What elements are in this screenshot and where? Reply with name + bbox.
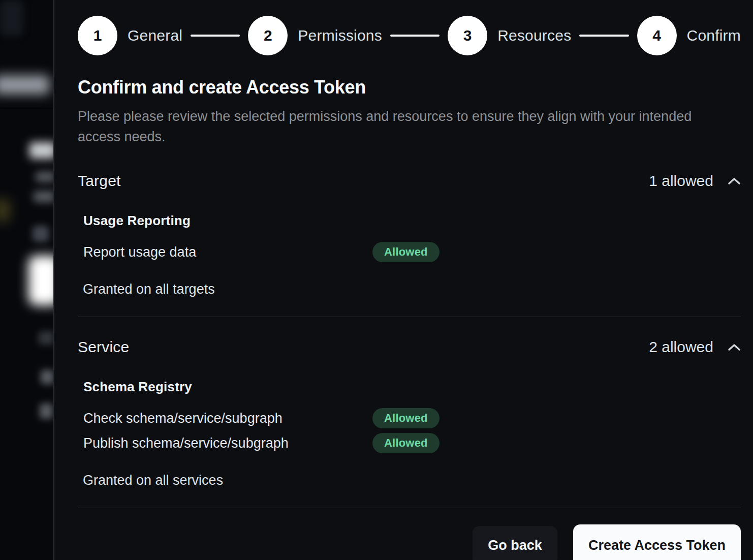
footer-divider: [78, 508, 741, 508]
step-number-badge: 4: [637, 16, 677, 55]
blurred-text: [39, 331, 53, 345]
go-back-button[interactable]: Go back: [473, 526, 557, 560]
step-confirm[interactable]: 4 Confirm: [637, 16, 741, 55]
step-number-badge: 3: [448, 16, 487, 55]
permission-label: Report usage data: [83, 244, 372, 260]
step-connector: [579, 35, 629, 37]
permission-group-name: Usage Reporting: [83, 213, 741, 229]
create-access-token-button[interactable]: Create Access Token: [573, 524, 741, 560]
blurred-background-sidebar: [0, 0, 53, 560]
blurred-text: [40, 403, 53, 419]
page-description: Please please review the selected permis…: [78, 106, 708, 147]
step-connector: [191, 35, 240, 37]
permission-list: Report usage data Allowed: [83, 242, 741, 262]
chevron-up-icon: [728, 177, 741, 185]
chevron-up-icon: [728, 343, 741, 351]
blurred-page-heading: [29, 142, 53, 159]
allowed-count: 2 allowed: [649, 338, 713, 356]
modal-footer: Go back Create Access Token: [78, 524, 741, 560]
status-badge: Allowed: [372, 433, 440, 453]
step-resources[interactable]: 3 Resources: [448, 16, 571, 55]
section-divider: [78, 317, 741, 317]
permission-list: Check schema/service/subgraph Allowed Pu…: [83, 408, 741, 453]
permission-label: Check schema/service/subgraph: [83, 411, 372, 426]
step-label: Resources: [497, 27, 571, 44]
granted-note: Granted on all targets: [83, 282, 741, 297]
granted-note: Granted on all services: [83, 473, 741, 488]
blurred-nav-item: [0, 75, 50, 95]
blurred-white-button: [28, 256, 53, 305]
blurred-text: [41, 370, 53, 384]
blurred-accent-element: [0, 199, 9, 222]
section-title: Target: [78, 172, 121, 190]
blurred-icon: [33, 226, 49, 242]
step-number-badge: 2: [248, 16, 288, 55]
status-badge: Allowed: [372, 408, 440, 428]
allowed-count: 1 allowed: [649, 172, 713, 190]
background-divider: [0, 109, 53, 109]
wizard-stepper: 1 General 2 Permissions 3 Resources 4 Co…: [78, 16, 741, 55]
step-general[interactable]: 1 General: [78, 16, 182, 55]
step-label: Confirm: [687, 27, 741, 44]
step-label: General: [128, 27, 182, 44]
target-collapse-toggle[interactable]: 1 allowed: [649, 172, 741, 190]
section-header-service: Service 2 allowed: [78, 338, 741, 356]
blurred-logo: [0, 0, 23, 36]
page-title: Confirm and create Access Token: [78, 77, 741, 98]
blurred-text: [36, 172, 53, 182]
permission-label: Publish schema/service/subgraph: [83, 435, 372, 451]
service-collapse-toggle[interactable]: 2 allowed: [649, 338, 741, 356]
create-access-token-modal: 1 General 2 Permissions 3 Resources 4 Co…: [54, 0, 753, 560]
step-number-badge: 1: [78, 16, 117, 55]
status-badge: Allowed: [372, 242, 440, 262]
permission-group-name: Schema Registry: [83, 379, 741, 395]
step-label: Permissions: [298, 27, 382, 44]
step-permissions[interactable]: 2 Permissions: [248, 16, 382, 55]
section-title: Service: [78, 338, 129, 356]
section-header-target: Target 1 allowed: [78, 172, 741, 190]
blurred-text: [34, 191, 53, 202]
step-connector: [390, 35, 440, 37]
